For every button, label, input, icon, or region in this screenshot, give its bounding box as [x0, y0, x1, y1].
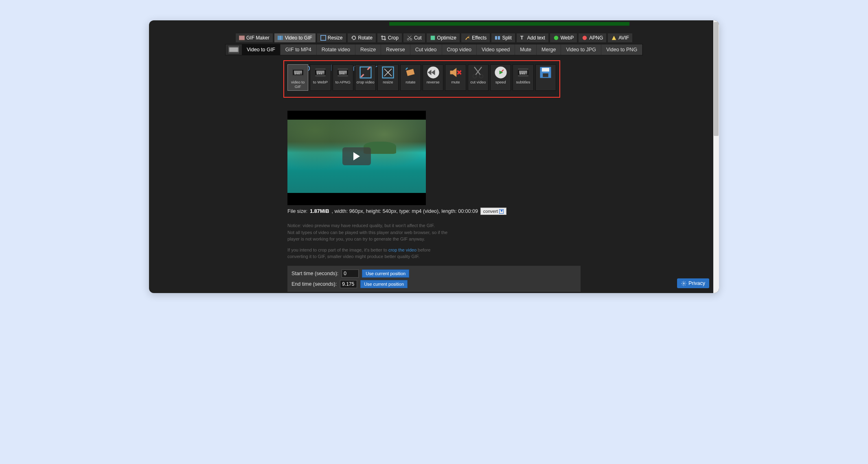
svg-rect-3 — [281, 36, 283, 40]
play-icon — [353, 152, 360, 160]
svg-rect-2 — [279, 36, 281, 40]
start-time-input[interactable] — [342, 269, 359, 278]
end-time-label: End time (seconds): — [292, 281, 337, 287]
subnav-item[interactable]: Video to GIF — [242, 44, 281, 55]
optimize-icon — [430, 35, 436, 41]
rotate-video-icon — [403, 66, 418, 79]
svg-point-6 — [410, 38, 412, 40]
subnav-item[interactable]: Video to JPG — [561, 44, 601, 55]
tool-label: speed — [495, 80, 506, 84]
nav-avif[interactable]: AVIF — [608, 33, 632, 42]
nav-main: GIF MakerVideo to GIFResizeRotateCropCut… — [236, 33, 632, 42]
time-panel: Start time (seconds): Use current positi… — [287, 266, 581, 292]
subnav-item[interactable]: Cut video — [410, 44, 442, 55]
speed-video-icon — [493, 66, 508, 79]
convert-label: convert — [483, 209, 498, 214]
convert-button[interactable]: convert — [480, 208, 506, 215]
nav-optimize[interactable]: Optimize — [427, 33, 460, 42]
tool-speed-video[interactable]: speed — [490, 64, 511, 91]
rotate-icon — [351, 35, 357, 41]
privacy-button[interactable]: Privacy — [677, 278, 709, 288]
video-preview[interactable] — [287, 111, 426, 205]
subnav-item[interactable]: Merge — [537, 44, 561, 55]
nav-webp[interactable]: WebP — [550, 33, 577, 42]
svg-point-12 — [583, 36, 587, 40]
svg-rect-50 — [543, 73, 549, 77]
use-position-end-button[interactable]: Use current position — [360, 280, 408, 288]
privacy-label: Privacy — [688, 280, 705, 286]
file-details: , width: 960px, height: 540px, type: mp4… — [332, 208, 478, 214]
subnav-item[interactable]: Video speed — [477, 44, 515, 55]
nav-cut[interactable]: Cut — [403, 33, 425, 42]
resize-video-icon — [381, 66, 395, 79]
tool-video-to-gif[interactable]: 2 4 5video to GIF — [287, 64, 308, 91]
nav-crop[interactable]: Crop — [377, 33, 402, 42]
svg-rect-30 — [338, 68, 348, 70]
tool-label: to WebP — [313, 80, 328, 84]
toolbar-highlight: 2 4 5video to GIF2 4 5to WebP2 4 5to APN… — [283, 60, 560, 98]
subnav-item[interactable]: Rotate video — [317, 44, 355, 55]
nav-label: Rotate — [358, 35, 373, 41]
crop-video-link[interactable]: crop the video — [388, 247, 416, 252]
svg-point-5 — [407, 38, 409, 40]
svg-rect-9 — [498, 36, 500, 40]
tool-subtitles[interactable]: 2 4 5subtitles — [513, 64, 533, 91]
effects-icon — [465, 35, 470, 41]
nav-split[interactable]: Split — [491, 33, 515, 42]
nav-effects[interactable]: Effects — [461, 33, 490, 42]
nav-label: Effects — [472, 35, 487, 41]
use-position-start-button[interactable]: Use current position — [362, 269, 409, 278]
ad-banner-bar — [389, 22, 629, 26]
tool-rotate-video[interactable]: rotate — [400, 64, 421, 91]
gif-maker-icon — [239, 35, 245, 41]
subnav-item[interactable]: Mute — [515, 44, 537, 55]
save-icon — [538, 66, 553, 79]
subnav-item[interactable]: GIF to MP4 — [281, 44, 317, 55]
end-time-input[interactable] — [340, 280, 357, 288]
nav-label: Optimize — [437, 35, 456, 41]
tool-to-apng[interactable]: 2 4 5to APNG — [333, 64, 353, 91]
nav-label: AVIF — [618, 35, 629, 41]
split-icon — [495, 35, 500, 41]
notice-line-1: Notice: video preview may have reduced q… — [287, 222, 450, 229]
nav-resize[interactable]: Resize — [317, 33, 346, 42]
svg-rect-25 — [315, 75, 325, 77]
svg-rect-19 — [293, 75, 303, 77]
video-letterbox-top — [287, 111, 426, 120]
nav-gif-maker[interactable]: GIF Maker — [236, 33, 273, 42]
tool-crop-video[interactable]: crop video — [355, 64, 376, 91]
play-button[interactable] — [342, 147, 371, 165]
svg-point-51 — [683, 282, 684, 284]
scrollbar-thumb[interactable] — [714, 22, 719, 136]
scrollbar[interactable] — [713, 20, 719, 293]
video-to-gif-icon: 2 4 5 — [291, 66, 305, 79]
svg-rect-18 — [293, 68, 303, 70]
tool-resize-video[interactable]: resize — [377, 64, 398, 91]
subnav-item[interactable]: Video to PNG — [601, 44, 642, 55]
to-apng-icon: 2 4 5 — [335, 66, 350, 79]
nav-rotate[interactable]: Rotate — [348, 33, 376, 42]
svg-rect-1 — [278, 36, 279, 40]
file-info: File size: 1.87MiB , width: 960px, heigh… — [287, 208, 581, 215]
nav-add-text[interactable]: TAdd text — [517, 33, 548, 42]
nav-label: Video to GIF — [285, 35, 312, 41]
subnav-item[interactable]: Resize — [355, 44, 381, 55]
content-area: GIF MakerVideo to GIFResizeRotateCropCut… — [149, 20, 719, 293]
subnav-item[interactable]: Reverse — [381, 44, 410, 55]
nav-video-to-gif[interactable]: Video to GIF — [274, 33, 316, 42]
tool-to-webp[interactable]: 2 4 5to WebP — [310, 64, 331, 91]
svg-text:2 4 5: 2 4 5 — [340, 72, 344, 75]
subnav-item[interactable]: Crop video — [442, 44, 477, 55]
tool-cut-video[interactable]: cut video — [468, 64, 489, 91]
tool-label: crop video — [357, 80, 375, 84]
nav-label: Add text — [527, 35, 545, 41]
mute-video-icon — [448, 66, 463, 79]
tool-mute-video[interactable]: mute — [445, 64, 466, 91]
nav-apng[interactable]: APNG — [579, 33, 606, 42]
video-letterbox-bottom — [287, 193, 426, 205]
svg-text:T: T — [520, 35, 524, 41]
file-size-prefix: File size: — [287, 208, 307, 214]
download-icon — [499, 209, 504, 214]
tool-save[interactable] — [535, 64, 556, 91]
tool-reverse-video[interactable]: reverse — [423, 64, 443, 91]
